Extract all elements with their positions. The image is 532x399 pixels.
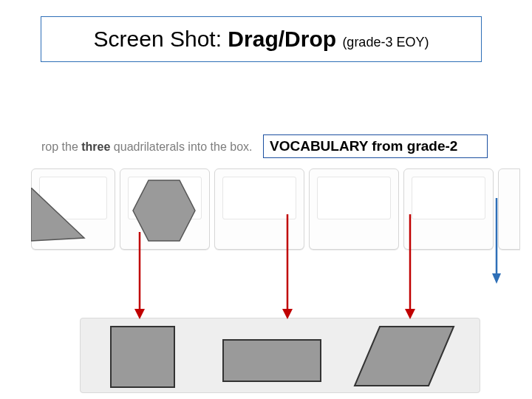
rectangle-icon[interactable] <box>222 338 322 383</box>
arrow-down-icon <box>491 198 502 285</box>
svg-rect-2 <box>111 327 174 387</box>
square-icon[interactable] <box>109 325 176 389</box>
shape-tile-empty[interactable] <box>403 168 494 250</box>
source-tile-row <box>31 168 511 256</box>
arrow-down-icon <box>281 214 294 321</box>
svg-marker-4 <box>355 327 454 386</box>
svg-marker-0 <box>31 188 84 241</box>
tile-inner <box>412 177 485 219</box>
svg-marker-10 <box>405 309 415 319</box>
svg-rect-3 <box>223 340 321 381</box>
vocab-label: VOCABULARY from grade-2 <box>270 138 457 154</box>
slide-title: Screen Shot: Drag/Drop (grade-3 EOY) <box>94 27 429 52</box>
shape-tile-empty[interactable] <box>309 168 399 250</box>
prompt-bold: three <box>81 140 110 153</box>
triangle-icon <box>31 188 90 247</box>
arrow-down-icon <box>403 214 417 321</box>
title-paren: (grade-3 EOY) <box>342 35 429 50</box>
prompt-pre: rop the <box>41 140 81 153</box>
svg-marker-12 <box>492 273 501 284</box>
slide-title-box: Screen Shot: Drag/Drop (grade-3 EOY) <box>41 16 482 62</box>
title-main: Drag/Drop <box>228 27 342 51</box>
arrow-down-icon <box>133 232 146 321</box>
tile-inner <box>317 177 391 219</box>
svg-marker-8 <box>282 309 293 319</box>
vocab-callout: VOCABULARY from grade-2 <box>263 134 488 158</box>
svg-marker-6 <box>134 309 145 319</box>
title-prefix: Screen Shot: <box>94 27 228 51</box>
tile-inner <box>222 177 296 219</box>
prompt-post: quadrilaterals into the box. <box>110 140 252 153</box>
parallelogram-icon[interactable] <box>353 325 457 389</box>
prompt-text: rop the three quadrilaterals into the bo… <box>41 140 253 154</box>
